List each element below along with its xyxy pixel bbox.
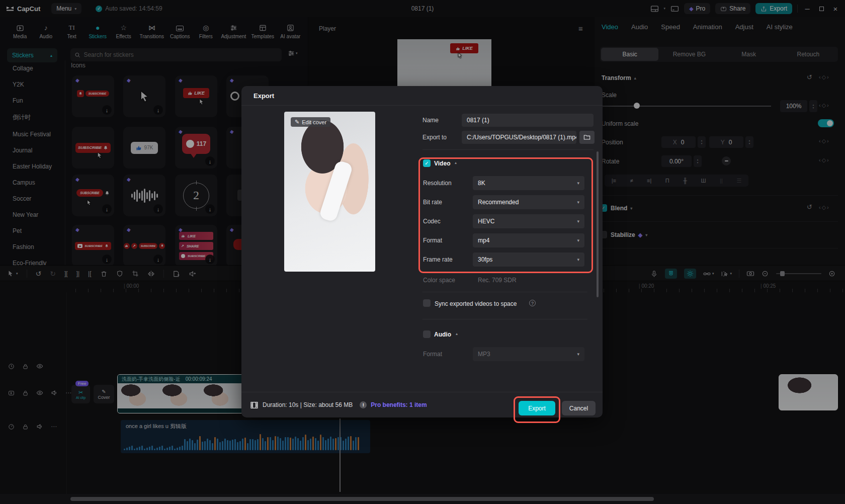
audio-section-label: Audio xyxy=(434,331,451,338)
export-confirm-button[interactable]: Export xyxy=(519,401,555,415)
name-label: Name xyxy=(422,117,439,124)
chevron-down-icon: ▾ xyxy=(577,352,579,357)
export-summary: Duration: 10s | Size: about 56 MB xyxy=(263,401,353,408)
format-select[interactable]: mp4▾ xyxy=(473,233,584,247)
framerate-label: Frame rate xyxy=(423,256,453,263)
divider xyxy=(422,292,587,292)
dialog-footer: Duration: 10s | Size: about 56 MB ! Pro … xyxy=(241,392,603,417)
chevron-down-icon: ▾ xyxy=(577,219,579,224)
chevron-down-icon: ▾ xyxy=(577,257,579,262)
sync-label: Sync exported videos to space xyxy=(435,300,517,307)
sync-checkbox[interactable] xyxy=(423,299,431,307)
export-dialog: Export ✎ Edit cover Name 0817 (1) Export… xyxy=(241,86,603,417)
bitrate-select[interactable]: Recommended▾ xyxy=(473,195,584,209)
divider xyxy=(241,105,603,106)
video-checkbox[interactable]: ✓ xyxy=(423,159,431,167)
audio-format-label: Format xyxy=(423,351,442,358)
chevron-down-icon: ▾ xyxy=(577,238,579,243)
collapse-icon[interactable]: ▴ xyxy=(456,331,458,336)
export-cover-preview: ✎ Edit cover xyxy=(284,112,375,272)
color-space-value: Rec. 709 SDR xyxy=(478,277,517,284)
chevron-down-icon: ▾ xyxy=(577,181,579,186)
film-icon xyxy=(250,401,259,409)
dialog-title: Export xyxy=(254,92,274,100)
folder-icon xyxy=(583,134,590,141)
audio-checkbox[interactable] xyxy=(423,330,431,338)
export-path-input[interactable]: C:/Users/TOPGUS/Desktop/0817 (1).mp4 xyxy=(462,131,576,144)
cancel-button[interactable]: Cancel xyxy=(562,401,596,415)
info-icon: ! xyxy=(360,401,367,408)
framerate-select[interactable]: 30fps▾ xyxy=(473,253,584,267)
resolution-select[interactable]: 8K▾ xyxy=(473,176,584,190)
cover-subject xyxy=(318,160,353,223)
codec-label: Codec xyxy=(423,218,441,225)
divider xyxy=(422,149,594,150)
color-space-label: Color space xyxy=(423,277,455,284)
divider xyxy=(422,319,587,319)
browse-folder-button[interactable] xyxy=(579,131,595,144)
capcut-window: CapCut Menu▾ ✓ Auto saved: 14:54:59 0817… xyxy=(0,0,845,504)
pencil-icon: ✎ xyxy=(295,119,299,125)
audio-format-select: MP3▾ xyxy=(473,347,584,361)
edit-cover-button[interactable]: ✎ Edit cover xyxy=(291,117,330,127)
help-icon[interactable]: ? xyxy=(529,300,536,306)
dialog-scrollbar[interactable] xyxy=(597,151,599,297)
codec-select[interactable]: HEVC▾ xyxy=(473,214,584,228)
video-section-label: Video xyxy=(434,160,450,167)
name-input[interactable]: 0817 (1) xyxy=(462,114,594,127)
resolution-label: Resolution xyxy=(423,180,452,187)
format-label: Format xyxy=(423,237,442,244)
chevron-down-icon: ▾ xyxy=(577,200,579,205)
bitrate-label: Bit rate xyxy=(423,199,442,206)
export-to-label: Export to xyxy=(422,134,447,141)
collapse-icon[interactable]: ▴ xyxy=(455,160,457,165)
pro-benefits-link[interactable]: Pro benefits: 1 item xyxy=(371,401,427,408)
